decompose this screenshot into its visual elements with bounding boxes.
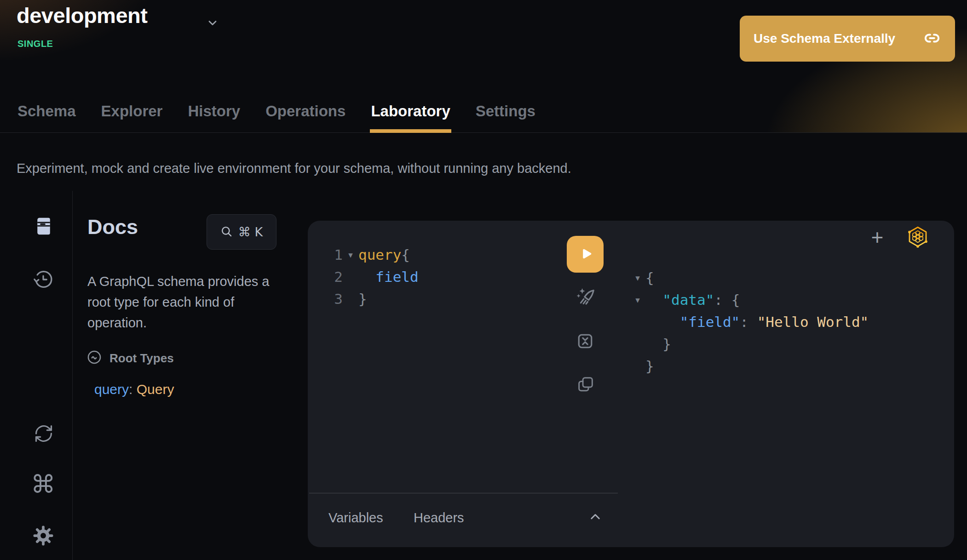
graphiql-workbench: 1 ▾ query{ 2 field 3 } (308, 221, 954, 547)
target-name[interactable]: development (17, 3, 147, 28)
single-badge: SINGLE (17, 39, 53, 49)
tab-laboratory[interactable]: Laboratory (371, 90, 450, 133)
copy-icon (576, 389, 595, 395)
response-viewer: ▾ { ▾ "data": { "field": "Hello World" }… (630, 267, 869, 377)
tab-explorer[interactable]: Explorer (101, 90, 163, 133)
link-icon (923, 29, 941, 49)
editor-line: 2 field (308, 266, 419, 288)
tab-headers[interactable]: Headers (414, 510, 464, 526)
history-sidebar-button[interactable] (32, 269, 54, 291)
play-icon (577, 246, 593, 263)
merge-fragments-button[interactable] (575, 331, 595, 351)
search-shortcut-label: ⌘ K (238, 225, 263, 239)
main-tab-bar: Schema Explorer History Operations Labor… (0, 90, 967, 133)
editor-footer-divider (309, 493, 618, 493)
sidebar-divider (72, 191, 73, 560)
query-editor[interactable]: 1 ▾ query{ 2 field 3 } (308, 244, 419, 310)
line-number: 2 (308, 269, 343, 285)
command-icon: ⌘ (31, 470, 56, 499)
copy-query-button[interactable] (576, 375, 595, 394)
docs-description: A GraphQL schema provides a root type fo… (87, 271, 283, 333)
response-line: "field": "Hello World" (630, 311, 869, 333)
root-type-entry: query: Query (94, 382, 174, 397)
prettify-query-button[interactable] (574, 286, 596, 309)
settings-sidebar-button[interactable] (33, 525, 54, 546)
reload-schema-button[interactable] (33, 423, 54, 444)
tab-operations[interactable]: Operations (265, 90, 345, 133)
history-clock-icon (32, 285, 54, 292)
hive-logo-icon[interactable] (907, 225, 929, 249)
code-text: field (358, 269, 419, 285)
book-icon (34, 231, 54, 238)
response-line: } (630, 355, 869, 377)
search-icon (220, 225, 233, 239)
use-schema-externally-button[interactable]: Use Schema Externally (740, 16, 955, 62)
response-line: ▾ "data": { (630, 289, 869, 311)
root-types-section: Root Types (86, 349, 174, 367)
root-types-icon (86, 349, 102, 367)
chevron-down-icon[interactable] (206, 17, 219, 29)
tab-variables[interactable]: Variables (328, 510, 383, 526)
prettify-broom-icon (574, 303, 596, 310)
response-line: } (630, 333, 869, 355)
code-text: query{ (358, 246, 410, 263)
editor-line: 3 } (308, 288, 419, 310)
root-type-separator: : (129, 382, 137, 397)
execute-query-button[interactable] (567, 236, 604, 273)
shortcuts-button[interactable]: ⌘ (30, 472, 56, 497)
graphql-laboratory-page: development SINGLE Use Schema Externally… (0, 0, 967, 560)
refresh-icon (33, 439, 54, 446)
editor-line: 1 ▾ query{ (308, 244, 419, 266)
fold-caret-icon[interactable]: ▾ (630, 295, 645, 305)
fold-caret-icon[interactable]: ▾ (343, 250, 358, 260)
line-number: 1 (308, 246, 343, 263)
chevron-up-icon (587, 520, 604, 526)
page-subtitle: Experiment, mock and create live environ… (17, 161, 571, 176)
response-line: ▾ { (630, 267, 869, 289)
code-text: } (358, 291, 367, 307)
root-type-type-link[interactable]: Query (137, 382, 174, 397)
fold-caret-icon[interactable]: ▾ (630, 273, 645, 283)
merge-icon (575, 346, 595, 353)
tab-settings[interactable]: Settings (476, 90, 535, 133)
docs-sidebar-button[interactable] (34, 216, 54, 236)
collapse-editor-tools-button[interactable] (586, 508, 604, 526)
tab-history[interactable]: History (188, 90, 240, 133)
docs-panel-title: Docs (87, 215, 138, 239)
line-number: 3 (308, 291, 343, 307)
root-type-query-link[interactable]: query (94, 382, 129, 397)
tab-schema[interactable]: Schema (17, 90, 76, 133)
gear-icon (33, 541, 54, 548)
add-tab-button[interactable]: + (863, 223, 891, 251)
docs-search-button[interactable]: ⌘ K (207, 214, 276, 250)
root-types-label: Root Types (109, 351, 174, 366)
use-schema-externally-label: Use Schema Externally (754, 31, 895, 46)
